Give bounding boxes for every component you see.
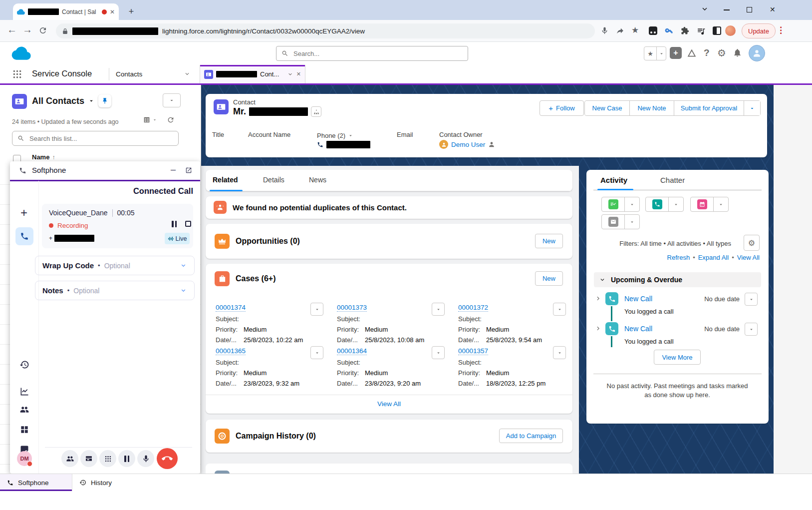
case-number-link[interactable]: 00001374	[216, 304, 246, 312]
view-more-button[interactable]: View More	[654, 350, 701, 365]
global-search-input[interactable]	[292, 49, 463, 58]
password-key-extension-icon[interactable]	[665, 26, 673, 35]
wrap-up-code-section[interactable]: Wrap Up Code • Optional	[35, 256, 195, 275]
opportunities-title[interactable]: Opportunities (0)	[236, 237, 300, 246]
case-row-menu-button[interactable]	[432, 303, 445, 316]
case-number-link[interactable]: 00001365	[216, 347, 246, 355]
log-call-button[interactable]	[646, 197, 668, 211]
refresh-link[interactable]: Refresh	[667, 254, 690, 261]
timeline-item-menu-button[interactable]	[745, 293, 758, 306]
pause-recording-icon[interactable]	[172, 221, 177, 227]
display-as-button[interactable]	[143, 116, 157, 124]
case-row-menu-button[interactable]	[553, 346, 566, 359]
favorite-star-icon[interactable]: ★	[644, 47, 656, 60]
app-launcher-icon[interactable]	[12, 69, 22, 79]
favorites-button-group[interactable]: ★	[644, 46, 666, 60]
view-hierarchy-button[interactable]	[311, 106, 321, 117]
list-view-chevron-icon[interactable]	[88, 97, 95, 104]
timeline-expand-chevron-icon[interactable]	[594, 325, 602, 332]
subtab-chevron-icon[interactable]	[287, 71, 293, 77]
end-call-button[interactable]	[157, 448, 178, 469]
new-task-button[interactable]	[602, 197, 624, 211]
case-row-menu-button[interactable]	[432, 346, 445, 359]
new-note-button[interactable]: New Note	[629, 101, 674, 115]
rail-stats-icon[interactable]	[19, 387, 29, 397]
tab-chatter[interactable]: Chatter	[660, 176, 685, 184]
window-maximize-icon[interactable]	[747, 7, 752, 12]
case-number-link[interactable]: 00001357	[458, 347, 488, 355]
help-icon[interactable]: ?	[704, 47, 710, 58]
list-search-input[interactable]	[28, 134, 173, 143]
browser-profile-avatar[interactable]	[725, 25, 736, 36]
call-dropdown[interactable]	[668, 197, 683, 211]
transfer-device-button[interactable]	[80, 450, 97, 467]
change-owner-icon[interactable]	[488, 141, 495, 148]
global-actions-button[interactable]: +	[670, 47, 682, 59]
user-avatar[interactable]	[749, 45, 765, 61]
case-number-link[interactable]: 00001373	[337, 304, 367, 312]
voice-search-mic-icon[interactable]	[600, 26, 609, 35]
mute-button[interactable]	[137, 450, 154, 467]
column-header-name[interactable]: Name	[32, 153, 49, 161]
more-actions-dropdown[interactable]	[744, 101, 760, 115]
hold-call-button[interactable]	[118, 450, 135, 467]
case-row-menu-button[interactable]	[310, 346, 323, 359]
window-close-icon[interactable]: ✕	[770, 5, 776, 13]
forward-icon[interactable]: →	[22, 24, 32, 35]
window-minimize-icon[interactable]	[724, 9, 730, 10]
timeline-item-title[interactable]: New Call	[624, 325, 652, 333]
timeline-item-menu-button[interactable]	[745, 323, 758, 336]
rail-history-icon[interactable]	[19, 360, 29, 370]
softphone-minimize-icon[interactable]: –	[171, 164, 176, 175]
extensions-puzzle-icon[interactable]	[681, 26, 689, 35]
contrast-extension-icon[interactable]	[713, 26, 721, 35]
nav-tab-chevron-icon[interactable]	[184, 70, 191, 77]
activity-view-all-link[interactable]: View All	[737, 254, 760, 261]
case-row-menu-button[interactable]	[310, 303, 323, 316]
event-dropdown[interactable]	[713, 197, 728, 211]
expand-chevron-icon[interactable]	[180, 262, 187, 269]
share-icon[interactable]	[616, 26, 624, 35]
refresh-list-icon[interactable]	[167, 116, 175, 124]
agent-avatar[interactable]: DM	[17, 451, 32, 466]
cases-view-all-link[interactable]: View All	[206, 400, 572, 408]
new-case-button[interactable]: New Case	[585, 101, 629, 115]
favorites-dropdown[interactable]	[656, 47, 666, 60]
campaign-title[interactable]: Campaign History (0)	[236, 432, 316, 441]
timeline-item-title[interactable]: New Call	[624, 295, 652, 303]
rail-phone-tab[interactable]	[15, 227, 33, 245]
browser-update-button[interactable]: Update	[742, 23, 776, 38]
upcoming-overdue-header[interactable]: Upcoming & Overdue	[594, 272, 761, 287]
add-to-campaign-button[interactable]: Add to Campaign	[499, 429, 563, 443]
reload-icon[interactable]	[38, 26, 47, 35]
expand-all-link[interactable]: Expand All	[698, 254, 729, 261]
window-menu-chevron-icon[interactable]	[700, 4, 709, 13]
redacted-phone-value[interactable]	[326, 141, 370, 148]
new-tab-button[interactable]: +	[126, 6, 137, 17]
case-number-link[interactable]: 00001364	[337, 347, 367, 355]
dock-history-tab[interactable]: History	[72, 474, 147, 491]
filters-gear-button[interactable]: ⚙	[744, 235, 760, 251]
rail-add-button[interactable]: +	[20, 206, 27, 220]
list-search-box[interactable]	[12, 131, 179, 146]
case-number-link[interactable]: 00001372	[458, 304, 488, 312]
case-row-menu-button[interactable]	[553, 303, 566, 316]
timeline-expand-chevron-icon[interactable]	[594, 295, 602, 302]
expand-chevron-icon[interactable]	[180, 287, 187, 294]
new-case-related-button[interactable]: New	[535, 271, 563, 286]
global-search-box[interactable]	[276, 46, 468, 61]
setup-gear-icon[interactable]: ⚙	[717, 47, 726, 59]
back-icon[interactable]: ←	[7, 24, 17, 35]
rail-apps-grid-icon[interactable]	[19, 425, 29, 435]
browser-tab[interactable]: Contact | Sal ✕	[13, 3, 119, 20]
tab-news[interactable]: News	[309, 176, 326, 184]
url-bar[interactable]: lightning.force.com/lightning/r/Contact/…	[56, 23, 595, 38]
softphone-popout-icon[interactable]	[185, 167, 192, 174]
pin-button[interactable]	[98, 94, 111, 107]
email-button[interactable]	[602, 215, 624, 229]
notifications-bell-icon[interactable]	[733, 48, 742, 57]
phone-field-chevron-icon[interactable]	[348, 133, 353, 138]
list-view-title[interactable]: All Contacts	[32, 96, 84, 106]
extension-boxes-icon[interactable]	[649, 26, 657, 35]
subtab-contact[interactable]: Cont... ✕	[200, 65, 305, 83]
